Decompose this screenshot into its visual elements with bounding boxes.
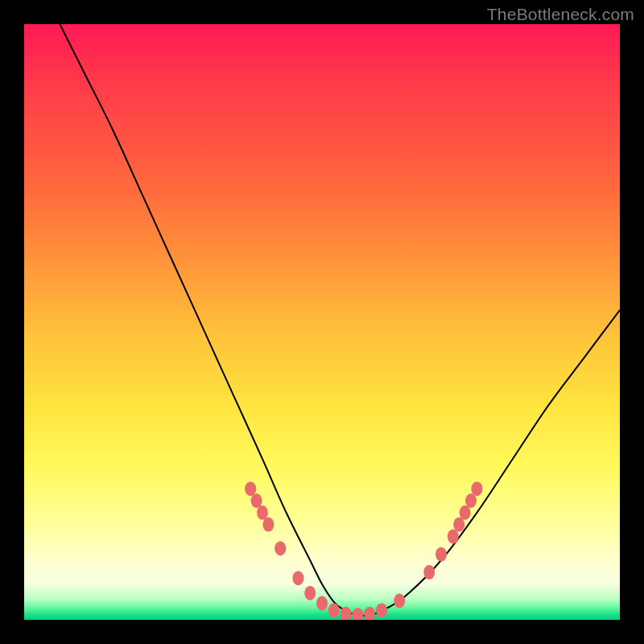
chart-frame: TheBottleneck.com [0,0,644,644]
watermark-text: TheBottleneck.com [487,5,634,24]
plot-background [24,24,620,620]
